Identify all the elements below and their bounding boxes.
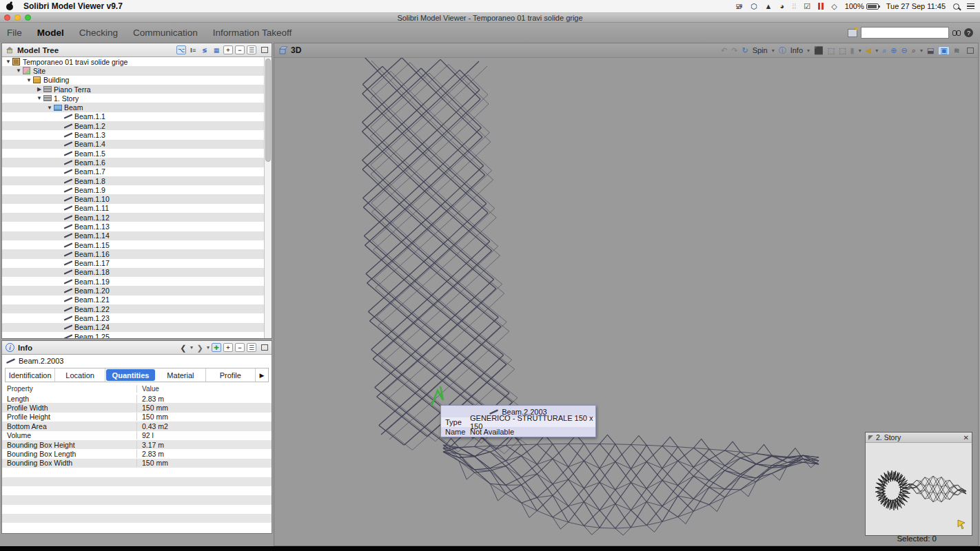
- tree-row[interactable]: Beam.1.14: [2, 231, 264, 240]
- tree-row[interactable]: Beam.1.10: [2, 194, 264, 203]
- tree-arrow-icon[interactable]: ▼: [15, 67, 22, 74]
- view-undo-icon[interactable]: ↶: [721, 47, 727, 54]
- tree-row[interactable]: ▶Piano Terra: [2, 85, 264, 94]
- info-maximize-button[interactable]: [261, 344, 268, 351]
- tab-quantities[interactable]: Quantities: [106, 369, 155, 381]
- tree-row[interactable]: ▼1. Story: [2, 94, 264, 103]
- next-dropdown-icon[interactable]: ▾: [207, 344, 210, 351]
- tree-row[interactable]: Beam.1.20: [2, 286, 264, 295]
- expand-all-button[interactable]: +: [223, 45, 233, 54]
- property-row[interactable]: Bounding Box Height3.17 m: [2, 440, 272, 449]
- tree-row[interactable]: Beam.1.23: [2, 313, 264, 322]
- property-row[interactable]: Profile Height150 mm: [2, 413, 272, 422]
- property-row[interactable]: Bottom Area0.43 m2: [2, 422, 272, 430]
- fly-mode-icon[interactable]: ◀: [866, 47, 871, 54]
- solid-mode-icon[interactable]: ⬛: [814, 47, 824, 54]
- menubar-app-name[interactable]: Solibri Model Viewer v9.7: [23, 1, 123, 11]
- spin-label[interactable]: Spin: [753, 46, 768, 54]
- spotlight-search-icon[interactable]: [953, 3, 959, 10]
- swirl-icon[interactable]: ◕: [780, 3, 785, 10]
- dimmed-icon[interactable]: ⁞⁞: [792, 3, 796, 10]
- expand-branch-button[interactable]: ≶: [200, 45, 210, 54]
- report-add-button[interactable]: ✚: [212, 343, 221, 352]
- tree-row[interactable]: Beam.1.22: [2, 304, 264, 313]
- tree-row[interactable]: Beam.1.4: [2, 140, 264, 149]
- sections-icon[interactable]: ≋: [954, 47, 960, 54]
- tree-arrow-icon[interactable]: ▼: [46, 105, 53, 111]
- info-dropdown-icon[interactable]: ▾: [807, 48, 810, 54]
- tree-row[interactable]: Beam.1.16: [2, 249, 264, 258]
- viewport-body[interactable]: Beam.2.2003 Type GENERICO - STRUTTURALE …: [274, 58, 978, 545]
- property-row[interactable]: Bounding Box Length2.83 m: [2, 449, 272, 458]
- menu-communication[interactable]: Communication: [133, 28, 198, 38]
- menu-information-takeoff[interactable]: Information Takeoff: [213, 28, 292, 38]
- drive-icon[interactable]: ▲: [765, 3, 773, 10]
- info-mode-icon[interactable]: ⓘ: [779, 47, 786, 54]
- clip-box-icon[interactable]: ⬓: [927, 47, 934, 54]
- tree-row[interactable]: Beam.1.8: [2, 176, 264, 185]
- tab-profile[interactable]: Profile: [206, 368, 256, 382]
- viewports-icon[interactable]: ▣: [938, 46, 949, 55]
- tree-row[interactable]: Beam.1.15: [2, 240, 264, 249]
- tree-row[interactable]: Beam.1.7: [2, 167, 264, 176]
- tree-row[interactable]: Beam.1.18: [2, 268, 264, 277]
- new-view-icon[interactable]: [848, 29, 857, 37]
- notification-center-icon[interactable]: [967, 3, 974, 10]
- tree-arrow-icon[interactable]: ▶: [36, 86, 43, 92]
- walk-dropdown-icon[interactable]: ▾: [859, 48, 861, 54]
- close-icon[interactable]: ✕: [963, 434, 969, 441]
- tree-row[interactable]: ▼Site: [2, 66, 264, 75]
- tree-row[interactable]: ▼Building: [2, 76, 264, 85]
- tree-scrollbar-thumb[interactable]: [265, 59, 271, 162]
- tree-row[interactable]: Beam.1.19: [2, 277, 264, 286]
- check-circle-icon[interactable]: ☑: [804, 3, 810, 10]
- story-window-header[interactable]: 2. Story ✕: [866, 433, 972, 443]
- property-row[interactable]: Length2.83 m: [2, 394, 272, 403]
- tree-row[interactable]: Beam.1.12: [2, 213, 264, 222]
- expand-level-button[interactable]: ☰: [247, 45, 256, 54]
- fold-corner-icon[interactable]: [868, 435, 873, 440]
- find-binoculars-icon[interactable]: [952, 30, 961, 36]
- tree-view-button[interactable]: ⌥: [176, 45, 186, 54]
- zoom-tool-icon[interactable]: ⌕: [912, 47, 916, 54]
- display-icon[interactable]: 🖳: [735, 3, 743, 10]
- info-mode-label[interactable]: Info: [790, 46, 803, 54]
- col-value[interactable]: Value: [137, 385, 159, 393]
- prev-dropdown-icon[interactable]: ▾: [190, 344, 193, 351]
- grid-view-button[interactable]: ▦: [212, 45, 221, 54]
- tree-row[interactable]: ▼Beam: [2, 103, 264, 112]
- tab-identification[interactable]: Identification: [6, 368, 55, 382]
- help-icon[interactable]: ?: [964, 28, 973, 37]
- menu-model[interactable]: Model: [37, 28, 64, 38]
- menu-file[interactable]: File: [7, 28, 22, 38]
- tree-row[interactable]: Beam.1.5: [2, 149, 264, 158]
- tab-location[interactable]: Location: [55, 368, 105, 382]
- tree-row[interactable]: ▼Temporaneo 01 travi solide grige: [2, 57, 264, 66]
- tree-row[interactable]: Beam.1.17: [2, 259, 264, 268]
- tree-row[interactable]: Beam.1.11: [2, 204, 264, 213]
- property-row[interactable]: Profile Width150 mm: [2, 403, 272, 412]
- info-expand-level-button[interactable]: ☰: [247, 343, 256, 352]
- fly-dropdown-icon[interactable]: ▾: [875, 48, 878, 54]
- menu-checking[interactable]: Checking: [79, 28, 118, 38]
- hidden-line-mode-icon[interactable]: ⬚: [839, 47, 846, 54]
- tree-row[interactable]: Beam.1.6: [2, 158, 264, 167]
- search-input[interactable]: [861, 27, 949, 39]
- maximize-panel-button[interactable]: [261, 47, 268, 53]
- spin-dropdown-icon[interactable]: ▾: [772, 48, 775, 54]
- walk-mode-icon[interactable]: ▮: [850, 47, 855, 54]
- tree-row[interactable]: Beam.1.9: [2, 185, 264, 194]
- col-property[interactable]: Property: [2, 385, 137, 393]
- tree-scrollbar[interactable]: [264, 57, 272, 338]
- zoom-out-icon[interactable]: ⊖: [901, 47, 908, 54]
- tree-arrow-icon[interactable]: ▼: [5, 59, 12, 65]
- spin-icon[interactable]: ↻: [742, 47, 748, 54]
- tab-overflow-icon[interactable]: ▶: [256, 368, 268, 382]
- tree-arrow-icon[interactable]: ▼: [25, 77, 32, 83]
- info-collapse-all-button[interactable]: −: [235, 343, 245, 352]
- diamond-icon[interactable]: ◇: [831, 3, 837, 10]
- tab-material[interactable]: Material: [156, 368, 205, 382]
- zoom-dropdown-icon[interactable]: ▾: [920, 48, 923, 54]
- prev-selection-button[interactable]: ❮: [178, 343, 188, 352]
- tree-row[interactable]: Beam.1.24: [2, 323, 264, 332]
